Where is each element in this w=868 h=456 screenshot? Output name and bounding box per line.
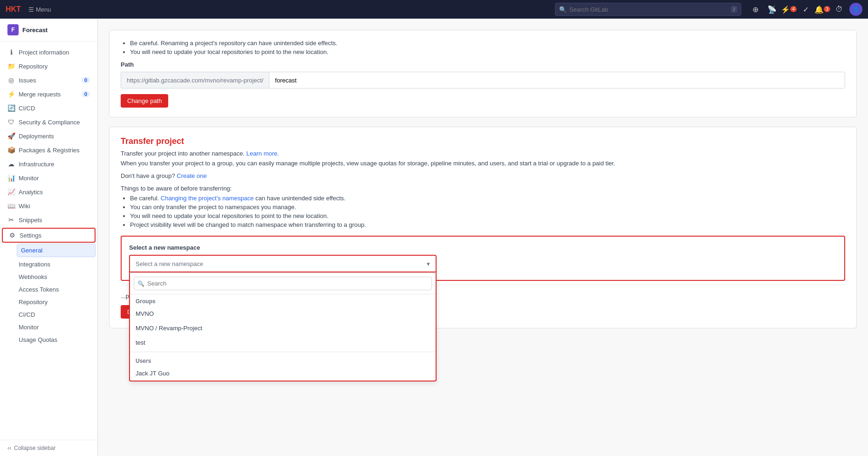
transfer-title: Transfer project — [121, 136, 845, 146]
sidebar-sub-item-monitor[interactable]: Monitor — [15, 321, 97, 333]
sidebar-item-wiki[interactable]: 📖 Wiki — [0, 199, 97, 213]
path-label: Path — [121, 61, 845, 68]
navbar: HKT ☰ Menu 🔍 / ⊕ 📡 ⚡4 ✓ 🔔3 ⏱ 👤 — [0, 0, 868, 19]
sidebar-item-issues[interactable]: ◎ Issues 0 — [0, 73, 97, 87]
path-section: Be careful. Renaming a project's reposit… — [109, 30, 857, 117]
sidebar-sub-item-cicd[interactable]: CI/CD — [15, 308, 97, 321]
gitlab-logo: HKT — [6, 5, 21, 14]
sidebar-sub-item-integrations[interactable]: Integrations — [15, 258, 97, 271]
broadcast-icon[interactable]: 📡 — [765, 3, 779, 16]
path-warnings: Be careful. Renaming a project's reposit… — [121, 40, 845, 55]
cicd-icon: 🔄 — [7, 104, 15, 112]
sidebar-item-security[interactable]: 🛡 Security & Compliance — [0, 115, 97, 129]
dropdown-search-input[interactable] — [134, 277, 432, 290]
groups-label: Groups — [130, 294, 436, 306]
search-bar[interactable]: 🔍 / — [555, 3, 741, 16]
sidebar-item-monitor[interactable]: 📊 Monitor — [0, 171, 97, 185]
merge-icon: ⚡ — [7, 90, 15, 98]
merge-request-icon[interactable]: ⚡4 — [782, 3, 795, 16]
chart-icon: 📊 — [7, 174, 15, 182]
transfer-namespace-area: Select a new namespace Select a new name… — [121, 236, 845, 281]
things-title: Things to be aware of before transferrin… — [121, 185, 845, 192]
analytics-icon: 📈 — [7, 188, 15, 196]
sidebar-sub-item-usage-quotas[interactable]: Usage Quotas — [15, 333, 97, 346]
avatar[interactable]: 👤 — [849, 3, 862, 16]
transfer-desc: Transfer your project into another names… — [121, 150, 845, 157]
hamburger-icon: ☰ — [28, 6, 34, 13]
chevron-left-icon: ‹‹ — [7, 445, 11, 451]
sidebar-item-snippets[interactable]: ✂ Snippets — [0, 213, 97, 227]
wiki-icon: 📖 — [7, 202, 15, 210]
issues-badge: 0 — [82, 77, 90, 83]
sidebar-item-analytics[interactable]: 📈 Analytics — [0, 185, 97, 199]
thing-2: You can only transfer the project to nam… — [130, 204, 845, 211]
namespace-select-trigger[interactable]: Select a new namespace ▾ — [129, 255, 437, 272]
select-placeholder: Select a new namespace — [136, 260, 203, 267]
new-item-icon[interactable]: ⊕ — [749, 3, 762, 16]
dropdown-item-mvno-revamp[interactable]: MVNO / Revamp-Project — [130, 321, 436, 335]
project-avatar: F — [7, 24, 19, 35]
select-namespace-label: Select a new namespace — [129, 244, 837, 251]
dropdown-item-jack[interactable]: Jack JT Guo — [130, 366, 436, 381]
dropdown-search-icon: 🔍 — [137, 280, 144, 287]
cloud-icon: ☁ — [7, 160, 15, 168]
main-content: Be careful. Renaming a project's reposit… — [98, 19, 868, 456]
transfer-section: Transfer project Transfer your project i… — [109, 127, 857, 328]
change-path-button[interactable]: Change path — [121, 94, 168, 108]
folder-icon: 📁 — [7, 62, 15, 70]
create-group-link[interactable]: Create one — [177, 172, 206, 179]
no-group-text: Don't have a group? Create one — [121, 172, 845, 179]
namespace-dropdown: Select a new namespace ▾ 🔍 Groups — [129, 255, 437, 272]
thing-4: Project visibility level will be changed… — [130, 221, 845, 228]
info-icon: ℹ — [7, 48, 15, 56]
app-layout: F Forecast ℹ Project information 📁 Repos… — [0, 19, 868, 456]
sidebar-sub-item-repository[interactable]: Repository — [15, 296, 97, 308]
navbar-right: ⊕ 📡 ⚡4 ✓ 🔔3 ⏱ 👤 — [749, 3, 862, 16]
scissors-icon: ✂ — [7, 216, 15, 224]
settings-sub-menu: General Integrations Webhooks Access Tok… — [0, 244, 97, 346]
search-shortcut: / — [731, 6, 737, 13]
bell-icon[interactable]: 🔔3 — [816, 3, 829, 16]
package-icon: 📦 — [7, 146, 15, 154]
path-warning-2: You will need to update your local repos… — [130, 48, 845, 55]
dropdown-item-test[interactable]: test — [130, 335, 436, 350]
menu-button[interactable]: ☰ Menu — [28, 6, 51, 13]
dropdown-item-mvno[interactable]: MVNO — [130, 306, 436, 321]
users-label: Users — [130, 354, 436, 366]
sidebar-item-project-information[interactable]: ℹ Project information — [0, 45, 97, 59]
path-base: https://gitlab.gzcascade.com/mvno/revamp… — [121, 72, 269, 88]
collapse-sidebar-button[interactable]: ‹‹ Collapse sidebar — [0, 440, 97, 456]
project-name: Forecast — [22, 27, 48, 34]
sidebar-sub-item-access-tokens[interactable]: Access Tokens — [15, 283, 97, 296]
project-header: F Forecast — [0, 19, 97, 41]
thing-3: You will need to update your local repos… — [130, 212, 845, 219]
sidebar-item-packages[interactable]: 📦 Packages & Registries — [0, 143, 97, 157]
sidebar-sub-item-general[interactable]: General — [17, 244, 96, 257]
search-input[interactable] — [569, 6, 728, 13]
sidebar-item-merge-requests[interactable]: ⚡ Merge requests 0 — [0, 87, 97, 101]
clock-icon[interactable]: ⏱ — [833, 3, 846, 16]
sidebar-item-infrastructure[interactable]: ☁ Infrastructure — [0, 157, 97, 171]
path-input[interactable] — [269, 72, 845, 88]
sidebar-item-deployments[interactable]: 🚀 Deployments — [0, 129, 97, 143]
dropdown-search-wrapper: 🔍 — [134, 277, 432, 290]
transfer-learn-more-link[interactable]: Learn more. — [246, 150, 279, 157]
shield-icon: 🛡 — [7, 118, 15, 126]
todo-icon[interactable]: ✓ — [799, 3, 812, 16]
search-icon: 🔍 — [559, 6, 567, 13]
sidebar-item-repository[interactable]: 📁 Repository — [0, 59, 97, 73]
sidebar-nav: ℹ Project information 📁 Repository ◎ Iss… — [0, 41, 97, 440]
bell-badge: 3 — [824, 6, 830, 12]
sidebar-item-settings[interactable]: ⚙ Settings — [2, 228, 96, 243]
namespace-dropdown-panel: 🔍 Groups MVNO MVNO / Revamp-Project test… — [129, 272, 437, 381]
transfer-subtext: When you transfer your project to a grou… — [121, 160, 845, 167]
path-input-row: https://gitlab.gzcascade.com/mvno/revamp… — [121, 72, 845, 88]
things-list: Be careful. Changing the project's names… — [121, 195, 845, 228]
dropdown-divider — [130, 352, 436, 352]
dropdown-search-row: 🔍 — [130, 273, 436, 294]
sidebar-sub-item-webhooks[interactable]: Webhooks — [15, 271, 97, 283]
sidebar-item-cicd[interactable]: 🔄 CI/CD — [0, 101, 97, 115]
thing-1: Be careful. Changing the project's names… — [130, 195, 845, 202]
merge-badge: 4 — [790, 6, 797, 12]
merge-badge: 0 — [82, 91, 90, 97]
